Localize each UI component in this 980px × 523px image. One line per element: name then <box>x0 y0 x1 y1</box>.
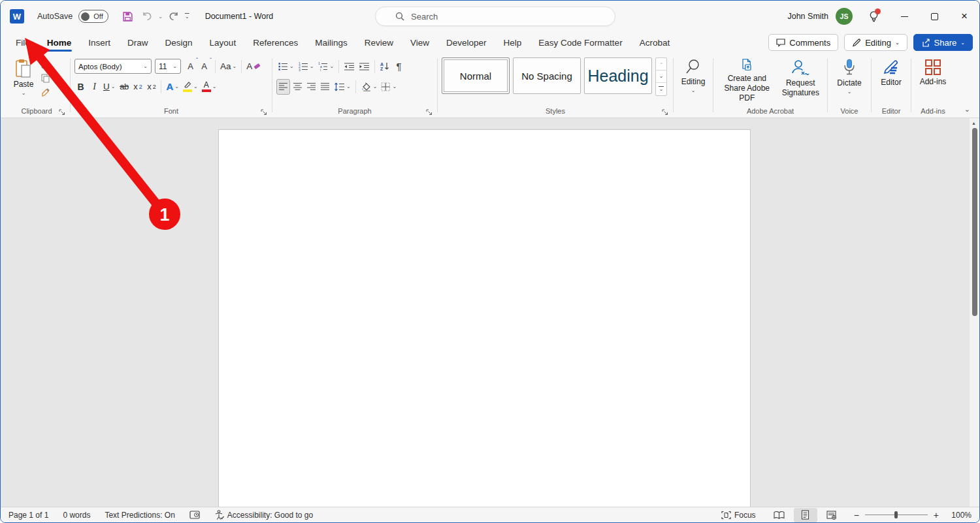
dictate-button[interactable]: Dictate ⌄ <box>832 57 867 96</box>
focus-button[interactable]: Focus <box>721 511 756 520</box>
styles-scroll-up-button[interactable]: ⌄ <box>656 58 666 71</box>
request-signatures-button[interactable]: Request Signatures <box>778 57 823 104</box>
tab-review[interactable]: Review <box>356 32 402 53</box>
tab-acrobat[interactable]: Acrobat <box>631 32 679 53</box>
search-box[interactable] <box>375 7 615 26</box>
clipboard-dialog-launcher-icon[interactable] <box>59 107 66 114</box>
minimize-button[interactable] <box>889 1 919 32</box>
editing-button[interactable]: Editing ⌄ <box>678 57 709 95</box>
multilevel-list-button[interactable]: 1ai ⌄ <box>316 59 335 74</box>
tab-easy-code-formatter[interactable]: Easy Code Formatter <box>530 32 630 53</box>
styles-dialog-launcher-icon[interactable] <box>662 107 669 114</box>
borders-button[interactable]: ⌄ <box>380 79 398 95</box>
tab-help[interactable]: Help <box>495 32 531 53</box>
font-dialog-launcher-icon[interactable] <box>261 107 268 114</box>
editing-mode-button[interactable]: Editing ⌄ <box>844 34 907 51</box>
italic-button[interactable]: I <box>88 79 101 95</box>
text-effects-button[interactable]: A⌄ <box>165 79 180 95</box>
close-button[interactable]: × <box>949 1 979 32</box>
line-spacing-button[interactable]: ⌄ <box>333 79 352 95</box>
avatar[interactable]: JS <box>836 8 853 25</box>
microphone-icon <box>843 59 856 77</box>
show-hide-pilcrow-button[interactable]: ¶ <box>393 59 405 74</box>
autosave-toggle[interactable]: Off <box>78 10 108 23</box>
tab-references[interactable]: References <box>244 32 306 53</box>
comments-button[interactable]: Comments <box>768 34 838 51</box>
read-mode-button[interactable] <box>768 508 791 522</box>
font-family-combo[interactable]: Aptos (Body) ⌄ <box>74 59 152 74</box>
page-indicator[interactable]: Page 1 of 1 <box>8 511 48 520</box>
tab-draw[interactable]: Draw <box>119 32 157 53</box>
align-left-button[interactable] <box>276 79 290 95</box>
addins-button[interactable]: Add-ins <box>915 57 951 88</box>
coming-soon-lightbulb-icon[interactable] <box>858 1 889 32</box>
bold-button[interactable]: B <box>74 79 87 95</box>
grow-font-button[interactable]: Aˆ <box>186 59 198 74</box>
search-input[interactable] <box>411 12 581 22</box>
justify-button[interactable] <box>319 79 331 95</box>
text-predictions[interactable]: Text Predictions: On <box>105 511 174 520</box>
collapse-ribbon-icon[interactable]: ⌄ <box>964 105 970 114</box>
scroll-up-icon[interactable]: ▲ <box>972 121 976 125</box>
shrink-font-button[interactable]: Aˇ <box>199 59 212 74</box>
web-layout-button[interactable] <box>820 508 843 522</box>
accessibility-status[interactable]: Accessibility: Good to go <box>214 510 313 520</box>
tab-design[interactable]: Design <box>157 32 201 53</box>
undo-dropdown-icon[interactable]: ⌄ <box>158 14 163 20</box>
styles-scroll-down-button[interactable]: ⌄ <box>656 71 666 83</box>
underline-button[interactable]: U⌄ <box>102 79 116 95</box>
copy-button[interactable] <box>41 74 51 86</box>
tab-mailings[interactable]: Mailings <box>306 32 356 53</box>
save-icon[interactable] <box>119 8 136 25</box>
tab-view[interactable]: View <box>402 32 438 53</box>
style-no-spacing[interactable]: No Spacing <box>513 57 581 94</box>
shading-button[interactable]: ⌄ <box>359 79 379 95</box>
vertical-scrollbar[interactable]: ▲ <box>970 118 979 507</box>
clear-formatting-button[interactable]: A <box>245 59 261 74</box>
tab-developer[interactable]: Developer <box>438 32 495 53</box>
styles-gallery-more-button[interactable]: ⌄ <box>656 83 666 95</box>
redo-icon[interactable] <box>165 8 182 25</box>
scrollbar-thumb[interactable] <box>972 128 977 316</box>
share-button[interactable]: Share ⌄ <box>913 34 973 51</box>
comment-icon <box>776 39 785 47</box>
zoom-level[interactable]: 100% <box>945 511 972 520</box>
strikethrough-button[interactable]: ab <box>118 79 130 95</box>
font-size-combo[interactable]: 11 ⌄ <box>155 59 181 74</box>
superscript-button[interactable]: x2 <box>145 79 157 95</box>
zoom-slider[interactable] <box>865 515 928 515</box>
customize-qat-icon[interactable]: ⌄ <box>185 14 189 20</box>
tab-file[interactable]: File <box>7 32 39 53</box>
format-painter-button[interactable] <box>41 88 51 100</box>
word-count[interactable]: 0 words <box>63 511 90 520</box>
increase-indent-button[interactable] <box>357 59 371 74</box>
change-case-button[interactable]: Aa⌄ <box>219 59 238 74</box>
editor-button[interactable]: Editor <box>875 57 907 89</box>
cut-button[interactable] <box>41 59 51 71</box>
print-layout-button[interactable] <box>794 508 817 522</box>
paragraph-dialog-launcher-icon[interactable] <box>426 107 433 114</box>
zoom-in-button[interactable]: + <box>934 510 939 520</box>
align-right-button[interactable] <box>305 79 318 95</box>
text-predictions-icon[interactable] <box>189 511 200 519</box>
style-normal[interactable]: Normal <box>442 57 510 94</box>
style-heading[interactable]: Heading <box>584 57 652 94</box>
zoom-out-button[interactable]: − <box>854 510 859 520</box>
zoom-slider-thumb[interactable] <box>894 511 898 518</box>
document-page[interactable] <box>218 129 751 507</box>
paste-button[interactable]: Paste ⌄ <box>7 57 40 100</box>
bullets-button[interactable]: ⌄ <box>276 59 295 74</box>
font-color-button[interactable]: A ⌄ <box>201 79 218 95</box>
sort-button[interactable]: AZ <box>378 59 391 74</box>
subscript-button[interactable]: x2 <box>131 79 144 95</box>
decrease-indent-button[interactable] <box>342 59 356 74</box>
tab-home[interactable]: Home <box>39 32 80 53</box>
undo-icon[interactable] <box>139 8 155 25</box>
tab-layout[interactable]: Layout <box>201 32 245 53</box>
maximize-button[interactable] <box>919 1 949 32</box>
align-center-button[interactable] <box>291 79 304 95</box>
highlight-color-button[interactable]: ⌄ <box>182 79 199 95</box>
tab-insert[interactable]: Insert <box>80 32 119 53</box>
create-share-pdf-button[interactable]: Create and Share Adobe PDF <box>717 57 777 104</box>
numbering-button[interactable]: 123 ⌄ <box>297 59 316 74</box>
